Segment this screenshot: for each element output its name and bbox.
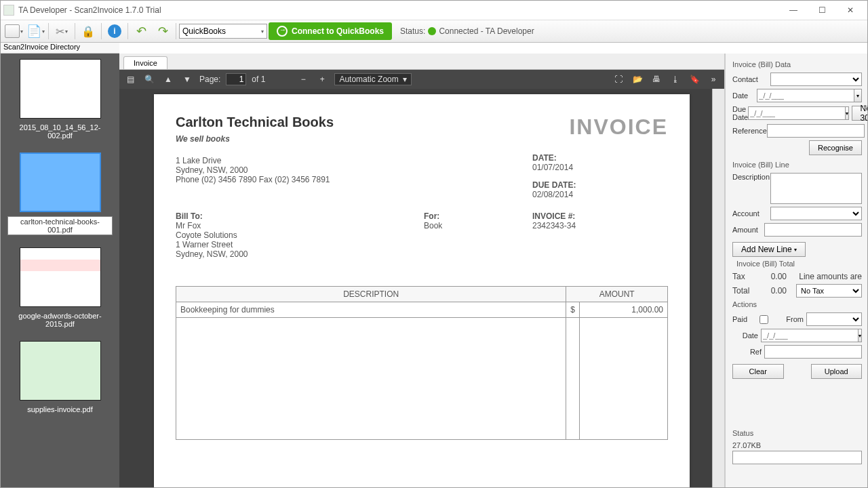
status-dot-icon <box>428 27 436 35</box>
clear-button[interactable]: Clear <box>732 364 784 379</box>
file-thumb-selected[interactable]: carlton-technical-books-001.pdf <box>7 152 113 235</box>
billto-label: Bill To: <box>176 211 424 221</box>
target-select[interactable]: QuickBooks <box>179 24 267 39</box>
file-thumb[interactable]: google-adwords-october-2015.pdf <box>7 247 113 329</box>
download-icon[interactable]: ⭳ <box>669 73 682 86</box>
app-icon <box>3 5 14 16</box>
contact-select[interactable] <box>770 73 862 86</box>
from-select[interactable] <box>806 312 862 326</box>
duedate-label: Due Date <box>732 105 748 121</box>
address-line: 1 Lake Drive <box>176 156 532 165</box>
pdf-icon: 📄 <box>26 24 41 39</box>
date-value: 01/07/2014 <box>532 163 668 172</box>
billto-name: Mr Fox <box>176 221 424 230</box>
zoom-select[interactable]: Automatic Zoom ▾ <box>334 73 412 85</box>
billto-addr: 1 Warner Street <box>176 240 424 249</box>
total-label: Total <box>732 286 760 296</box>
recognise-button[interactable]: Recognise <box>809 140 862 155</box>
contact-label: Contact <box>732 75 770 83</box>
zoom-out-icon[interactable]: − <box>296 73 310 86</box>
account-label: Account <box>732 209 770 218</box>
tagline: We sell books <box>176 134 532 144</box>
phone-line: Phone (02) 3456 7890 Fax (02) 3456 7891 <box>176 175 532 184</box>
more-icon[interactable]: » <box>707 73 720 86</box>
target-label: QuickBooks <box>182 26 226 36</box>
tools-button[interactable]: ✂ <box>52 22 72 41</box>
zoom-in-icon[interactable]: + <box>315 73 329 86</box>
duedate-input[interactable] <box>748 106 846 120</box>
duedate-picker-icon[interactable]: ▾ <box>846 106 849 120</box>
undo-button[interactable]: ↶ <box>131 22 151 41</box>
redo-button[interactable]: ↷ <box>153 22 173 41</box>
add-line-button[interactable]: Add New Line ▾ <box>732 242 806 257</box>
lock-button[interactable]: 🔒 <box>78 22 98 41</box>
file-name: google-adwords-october-2015.pdf <box>7 311 113 329</box>
tools-icon: ✂ <box>56 25 64 38</box>
close-button[interactable]: ✕ <box>836 2 865 18</box>
fullscreen-icon[interactable]: ⛶ <box>612 73 625 86</box>
for-label: For: <box>424 211 532 221</box>
date-label: DATE: <box>532 153 668 163</box>
search-icon[interactable]: 🔍 <box>142 73 156 86</box>
line-items-table: DESCRIPTIONAMOUNT Bookkeeping for dummie… <box>176 286 668 440</box>
status-input[interactable] <box>732 451 862 464</box>
document-viewport[interactable]: Carlton Technical Books We sell books 1 … <box>119 89 724 488</box>
thumbnail-image <box>20 341 101 401</box>
from-label: From <box>781 315 804 323</box>
thumbnail-image <box>20 59 101 119</box>
thumbnail-image <box>20 247 101 307</box>
maximize-button[interactable]: ☐ <box>808 2 836 18</box>
file-name: supplies-invoice.pdf <box>26 405 94 414</box>
print-icon[interactable]: 🖶 <box>650 73 663 86</box>
upload-button[interactable]: Upload <box>811 364 863 379</box>
reference-input[interactable] <box>767 124 865 138</box>
paid-date-picker-icon[interactable]: ▾ <box>859 329 862 342</box>
scan-button[interactable] <box>3 22 24 41</box>
tax-value: 0.00 <box>760 272 787 281</box>
undo-icon: ↶ <box>136 24 146 39</box>
amount-label: Amount <box>732 226 764 234</box>
titlebar: TA Developer - Scan2Invoice 1.7.0 Trial … <box>1 1 867 20</box>
due-value: 02/08/2014 <box>532 190 668 199</box>
info-button[interactable]: i <box>104 22 125 41</box>
terms-select[interactable]: Net 30▾ <box>852 106 867 121</box>
file-thumb[interactable]: 2015_08_10_14_56_12-002.pdf <box>7 59 113 140</box>
cell-description: Bookkeeping for dummies <box>176 302 566 318</box>
pdf-button[interactable]: 📄 <box>25 22 45 41</box>
separator <box>176 23 176 39</box>
amount-input[interactable] <box>764 223 862 237</box>
file-thumb[interactable]: supplies-invoice.pdf <box>7 341 113 414</box>
paid-checkbox[interactable] <box>760 315 768 324</box>
section-actions: Actions <box>732 300 862 308</box>
date-picker-icon[interactable]: ▾ <box>854 89 862 102</box>
description-input[interactable] <box>770 173 862 204</box>
paid-ref-label: Ref <box>750 348 762 356</box>
billto-company: Coyote Solutions <box>176 230 424 240</box>
page-up-icon[interactable]: ▲ <box>161 73 175 86</box>
bookmark-icon[interactable]: 🔖 <box>688 73 701 86</box>
date-input[interactable] <box>757 89 854 102</box>
reference-label: Reference <box>732 127 767 135</box>
sidebar-toggle-icon[interactable]: ▤ <box>123 73 137 86</box>
zoom-label: Automatic Zoom <box>339 75 398 84</box>
connect-label: Connect to QuickBooks <box>292 26 384 36</box>
paid-ref-input[interactable] <box>764 345 862 359</box>
directory-sidebar: 2015_08_10_14_56_12-002.pdf carlton-tech… <box>1 54 119 488</box>
account-select[interactable] <box>770 207 862 220</box>
tab-row: Invoice <box>119 54 724 70</box>
paid-date-input[interactable] <box>761 329 859 342</box>
page-input[interactable] <box>226 73 246 85</box>
col-description: DESCRIPTION <box>176 287 566 302</box>
tab-invoice[interactable]: Invoice <box>123 56 167 69</box>
tax-select[interactable]: No Tax <box>796 284 862 298</box>
open-icon[interactable]: 📂 <box>631 73 644 86</box>
billto-addr: Sydney, NSW, 2000 <box>176 249 424 259</box>
page-of: of 1 <box>252 75 265 84</box>
main-toolbar: 📄 ✂ 🔒 i ↶ ↷ QuickBooks Connect to QuickB… <box>1 20 867 43</box>
status-area: Status: Connected - TA Developer <box>400 26 534 36</box>
minimize-button[interactable]: — <box>779 2 808 18</box>
paid-date-label: Date <box>743 331 758 340</box>
page-down-icon[interactable]: ▼ <box>180 73 194 86</box>
invoice-num: 2342343-34 <box>532 221 668 230</box>
connect-quickbooks-button[interactable]: Connect to QuickBooks <box>269 22 392 40</box>
